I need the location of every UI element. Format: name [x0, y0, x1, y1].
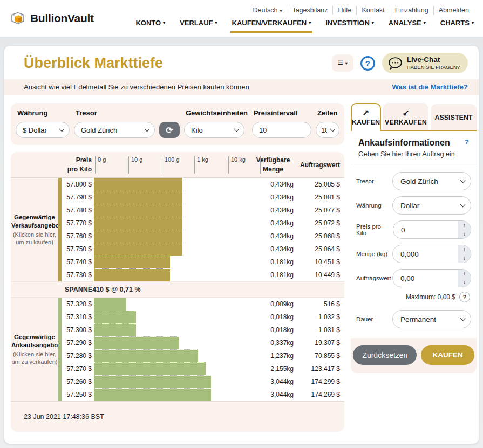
utility-nav-item-deutsch[interactable]: Deutsch▾ [248, 6, 287, 15]
buy-submit-button[interactable]: KAUFEN [421, 345, 474, 365]
order-value-cell: 25.064 $ [297, 245, 344, 253]
buy-depth-bar [94, 388, 211, 401]
spin-down-button[interactable]: ↓ [458, 230, 471, 238]
sell-depth-bar [94, 256, 170, 268]
buy-depth-bar [94, 323, 136, 336]
price-cell: 57.250 $ [62, 391, 92, 398]
bar-zone [92, 268, 249, 281]
amount-field-row: Menge (kg) 0,000 ↑ ↓ [356, 245, 471, 263]
depth-row[interactable]: 57.310 $0,018kg1.032 $ [62, 311, 344, 323]
weight-units-select[interactable]: Kilo [184, 122, 244, 138]
duration-select[interactable]: Permanent [392, 310, 471, 328]
market-depth-info-link[interactable]: Was ist die Markttiefe? [392, 83, 468, 91]
bar-zone [92, 230, 249, 243]
nav-item-analyse[interactable]: ANALYSE▾ [389, 19, 426, 33]
maximum-help-button[interactable]: ? [459, 292, 470, 302]
depth-row[interactable]: 57.780 $0,434kg25.077 $ [62, 204, 344, 217]
page-subtitle: Ansicht wie viel Edelmetall Sie zu versc… [24, 83, 249, 91]
bar-zone [92, 217, 249, 230]
utility-nav-item-einzahlung[interactable]: Einzahlung [390, 6, 433, 15]
order-tabs: ↗ KAUFEN ↙ VERKAUFEN ASSISTENT [351, 103, 477, 130]
available-quantity-cell: 0,434kg [249, 181, 297, 188]
nav-item-investition[interactable]: INVESTITION▾ [325, 19, 374, 33]
price-cell: 57.280 $ [62, 352, 92, 360]
buy-depth-bar [94, 311, 136, 323]
tab-kaufen[interactable]: ↗ KAUFEN [351, 103, 381, 131]
bullionvault-logo[interactable]: BullionVault [9, 0, 94, 37]
nav-item-verlauf[interactable]: VERLAUF▾ [180, 19, 217, 33]
order-value-spinner: ↑ ↓ [458, 270, 471, 287]
utility-nav-item-hilfe[interactable]: Hilfe [332, 6, 356, 15]
tab-verkaufen[interactable]: ↙ VERKAUFEN [383, 103, 428, 130]
bar-zone [92, 298, 249, 311]
price-per-kilo-input[interactable]: 0 ↑ ↓ [393, 220, 471, 239]
currency-field-select[interactable]: Dollar [392, 196, 471, 215]
depth-row[interactable]: 57.770 $0,434kg25.072 $ [62, 217, 344, 230]
depth-row[interactable]: 57.740 $0,181kg10.451 $ [62, 256, 344, 268]
sell-depth-bar [94, 217, 182, 230]
utility-nav-item-kontakt[interactable]: Kontakt [356, 6, 389, 15]
vault-field-select[interactable]: Gold Zürich [392, 172, 471, 190]
units-filter-group: Gewichtseinheiten Kilo [184, 109, 248, 138]
depth-row[interactable]: 57.300 $0,018kg1.031 $ [62, 323, 344, 336]
depth-row[interactable]: 57.730 $0,181kg10.449 $ [62, 268, 344, 281]
vault-label: Tresor [76, 109, 155, 117]
currency-label: Währung [17, 109, 70, 117]
scale-tick: 10 g [128, 156, 142, 174]
nav-item-kaufen-verkaufen[interactable]: KAUFEN/VERKAUFEN▾ [232, 19, 311, 33]
panel-help-icon[interactable]: ? [465, 138, 469, 146]
bar-zone [92, 204, 249, 217]
depth-table-header: Preis pro Kilo 0 g10 g100 g1 kg10 kg Ver… [11, 152, 344, 178]
depth-row[interactable]: 57.260 $3,044kg174.299 $ [62, 375, 344, 388]
panel-header: Ankaufsinformationen ? Geben Sie hier Ih… [351, 131, 477, 164]
nav-item-charts[interactable]: CHARTS▾ [440, 19, 474, 33]
available-quantity-cell: 0,434kg [249, 194, 297, 201]
available-quantity-cell: 0,434kg [249, 206, 297, 214]
amount-input[interactable]: 0,000 ↑ ↓ [392, 245, 471, 263]
buy-depth-bar [94, 362, 206, 375]
available-quantity-cell: 2,155kg [249, 365, 297, 373]
utility-nav-item-abmelden[interactable]: Abmelden [433, 6, 474, 15]
caret-down-icon: ▾ [215, 20, 217, 25]
spin-down-button[interactable]: ↓ [458, 278, 471, 287]
depth-row[interactable]: 57.750 $0,434kg25.064 $ [62, 243, 344, 256]
price-cell: 57.770 $ [62, 219, 92, 227]
panel-footer: Zurücksetzen KAUFEN [351, 338, 477, 373]
depth-row[interactable]: 57.790 $0,434kg25.081 $ [62, 191, 344, 204]
order-value-input[interactable]: 0,00 ↑ ↓ [392, 269, 471, 287]
depth-row[interactable]: 57.800 $0,434kg25.085 $ [62, 178, 344, 191]
bullionvault-logo-icon [9, 10, 26, 27]
currency-field-label: Währung [356, 202, 382, 209]
live-chat-text: Live-Chat HABEN SIE FRAGEN? [407, 56, 460, 71]
spin-down-button[interactable]: ↓ [458, 254, 471, 263]
spin-up-button[interactable]: ↑ [458, 245, 471, 254]
available-quantity-cell: 0,018kg [249, 313, 297, 321]
live-chat-title: Live-Chat [407, 56, 460, 64]
depth-row[interactable]: 57.250 $3,044kg174.269 $ [62, 388, 344, 401]
refresh-button[interactable]: ⟳ [159, 122, 180, 138]
spin-up-button[interactable]: ↑ [458, 270, 471, 278]
depth-row[interactable]: 57.760 $0,434kg25.068 $ [62, 230, 344, 243]
spin-up-button[interactable]: ↑ [458, 221, 471, 230]
rows-select[interactable]: 10 [316, 122, 339, 138]
live-chat-button[interactable]: Live-Chat HABEN SIE FRAGEN? [382, 53, 468, 73]
tab-assistent[interactable]: ASSISTENT [431, 104, 477, 130]
caret-down-icon: ▾ [424, 20, 426, 25]
vault-select[interactable]: Gold Zürich [74, 122, 155, 138]
depth-row[interactable]: 57.290 $0,337kg19.307 $ [62, 336, 344, 349]
reset-button[interactable]: Zurücksetzen [353, 345, 417, 365]
spread-row: SPANNE 410 $ @ 0,71 % [11, 281, 344, 298]
depth-row[interactable]: 57.270 $2,155kg123.417 $ [62, 362, 344, 375]
currency-select[interactable]: $ Dollar [16, 122, 70, 138]
depth-row[interactable]: 57.280 $1,237kg70.855 $ [62, 349, 344, 362]
chat-bubble-icon [389, 57, 402, 70]
vault-field-label: Tresor [356, 178, 374, 184]
depth-row[interactable]: 57.320 $0,009kg516 $ [62, 298, 344, 311]
page-menu-button[interactable]: ≡ ▾ [332, 54, 353, 72]
caret-down-icon: ▾ [280, 9, 282, 13]
price-interval-input[interactable] [252, 122, 311, 138]
help-button[interactable]: ? [360, 56, 375, 71]
price-field-row: Preis pro Kilo 0 ↑ ↓ [356, 220, 471, 239]
nav-item-konto[interactable]: KONTO▾ [135, 19, 165, 33]
utility-nav-item-tagesbilanz[interactable]: Tagesbilanz [287, 6, 332, 15]
